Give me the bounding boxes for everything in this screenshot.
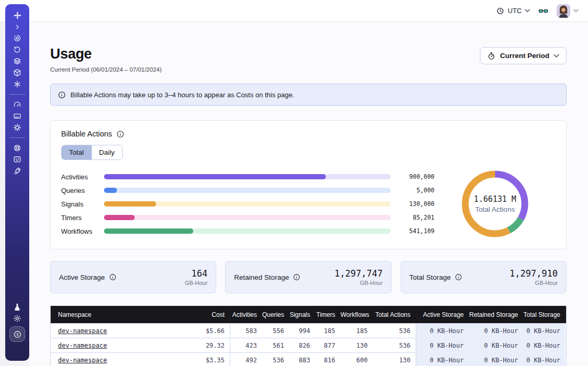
glasses-icon: [538, 7, 548, 15]
sun-icon[interactable]: [5, 313, 29, 324]
storage-card-value: 164: [185, 269, 207, 279]
namespace-link[interactable]: dev-namespace: [58, 357, 107, 364]
timezone-dropdown[interactable]: UTC: [496, 7, 530, 15]
cell-retained-storage: 0 KB-Hour: [469, 353, 523, 366]
spiral-icon[interactable]: [5, 32, 29, 44]
cell-signals: 826: [289, 342, 315, 349]
bar-value: 130,000: [391, 200, 434, 208]
bar-row-workflows: Workflows 541,109: [61, 224, 434, 238]
svg-text:$: $: [16, 332, 19, 337]
flask-icon[interactable]: [5, 301, 29, 313]
info-icon[interactable]: [455, 273, 462, 281]
glasses-button[interactable]: [538, 7, 548, 15]
cell-retained-storage: 0 KB-Hour: [469, 338, 523, 353]
col-header-namespace: Namespace: [51, 311, 190, 318]
storage-summary-row: Active Storage 164 GB-Hour Retained Stor…: [50, 261, 567, 293]
expand-sidebar-chevron-icon[interactable]: [5, 21, 29, 32]
storage-card-value: 1,297,747: [335, 269, 383, 279]
col-header-total-storage: Total Storage: [523, 311, 566, 318]
cell-queries: 536: [262, 357, 289, 364]
cell-total-storage: 0 KB-Hour: [523, 324, 566, 338]
cell-timers: 185: [315, 327, 340, 335]
tab-daily[interactable]: Daily: [91, 145, 122, 159]
usage-nav-active[interactable]: $: [9, 326, 25, 342]
chevron-down-icon: [573, 9, 579, 13]
namespace-link[interactable]: dev-namespace: [58, 342, 107, 349]
bar-fill: [104, 188, 117, 193]
cube-icon[interactable]: [5, 67, 29, 78]
bar-value: 85,201: [391, 214, 434, 221]
bar-value: 541,109: [391, 227, 434, 235]
storage-card-label: Active Storage: [59, 273, 105, 281]
banner-text: Billable Actions may take up to 3–4 hour…: [70, 91, 295, 99]
lifebuoy-icon[interactable]: [5, 142, 29, 154]
storage-card-unit: GB-Hour: [185, 280, 207, 286]
period-selector-label: Current Period: [500, 52, 549, 60]
chevron-down-icon: [554, 54, 559, 58]
total-storage-card: Total Storage 1,297,910 GB-Hour: [401, 261, 567, 293]
bar-track: [104, 201, 391, 207]
table-header-row: Namespace Cost Activities Queries Signal…: [51, 306, 566, 323]
credit-card-icon[interactable]: [5, 110, 29, 122]
avatar: [557, 4, 570, 18]
cell-timers: 877: [315, 342, 340, 349]
clock-icon: [496, 7, 504, 15]
bar-track: [104, 215, 391, 220]
table-row: dev-namespace $3.35 492 536 883 816 600 …: [51, 352, 566, 366]
gauge-icon[interactable]: [5, 99, 29, 110]
storage-card-value: 1,297,910: [510, 269, 558, 279]
total-actions-donut: 1.66131 M Total Actions: [434, 168, 556, 239]
cell-active-storage: 0 KB-Hour: [416, 353, 469, 366]
sidebar-divider: [9, 94, 25, 95]
gear-icon[interactable]: [5, 122, 29, 133]
cell-timers: 816: [315, 357, 340, 364]
namespace-usage-table: Namespace Cost Activities Queries Signal…: [50, 306, 567, 366]
bar-value: 5,000: [391, 187, 434, 194]
billable-actions-card: Billable Actions Total Daily Activities …: [50, 120, 567, 249]
period-selector-button[interactable]: Current Period: [480, 47, 567, 64]
sidebar-divider: [9, 138, 25, 138]
stopwatch-icon: [487, 52, 496, 60]
cell-total-actions: 536: [373, 342, 416, 349]
history-icon[interactable]: [5, 44, 29, 55]
billable-bar-chart: Activities 900,000 Queries 5,000 Signals…: [61, 170, 434, 238]
dollar-coin-icon: $: [13, 330, 22, 339]
tab-total[interactable]: Total: [62, 145, 91, 159]
col-header-cost: Cost: [190, 311, 230, 318]
bar-track: [104, 188, 391, 193]
col-header-queries: Queries: [262, 311, 289, 318]
chevron-down-icon: [525, 9, 530, 13]
bar-row-signals: Signals 130,000: [61, 197, 434, 211]
storage-card-unit: GB-Hour: [335, 280, 383, 286]
table-row: dev-namespace $5.66 583 556 994 185 185 …: [51, 323, 566, 338]
bar-row-activities: Activities 900,000: [61, 170, 434, 184]
asterisk-icon[interactable]: [5, 78, 29, 90]
card-title: Billable Actions: [61, 130, 112, 138]
namespace-link[interactable]: dev-namespace: [58, 327, 107, 335]
cell-workflows: 600: [340, 357, 373, 364]
bar-track: [104, 174, 391, 179]
rocket-icon[interactable]: [5, 165, 29, 177]
bar-fill: [104, 228, 193, 234]
top-bar: UTC: [0, 0, 588, 22]
bar-fill: [104, 174, 326, 179]
bar-fill: [104, 215, 135, 220]
info-icon[interactable]: [109, 273, 116, 281]
layers-icon[interactable]: [5, 55, 29, 67]
temporal-logo-icon[interactable]: [5, 9, 29, 21]
main-content: Usage Current Period (06/01/2024 – 07/01…: [29, 22, 588, 366]
col-header-signals: Signals: [289, 311, 315, 318]
user-menu[interactable]: [557, 4, 579, 18]
cell-cost: 29.32: [190, 342, 230, 349]
cell-retained-storage: 0 KB-Hour: [469, 324, 523, 338]
info-icon[interactable]: [293, 273, 300, 281]
storage-card-label: Total Storage: [409, 273, 451, 281]
terminal-icon[interactable]: [5, 154, 29, 165]
cell-total-storage: 0 KB-Hour: [523, 338, 566, 353]
bar-track: [104, 228, 391, 234]
info-icon[interactable]: [116, 130, 124, 138]
cell-activities: 423: [230, 338, 262, 353]
bar-category-label: Workflows: [61, 227, 104, 235]
bar-row-timers: Timers 85,201: [61, 211, 434, 224]
bar-category-label: Signals: [61, 200, 104, 208]
